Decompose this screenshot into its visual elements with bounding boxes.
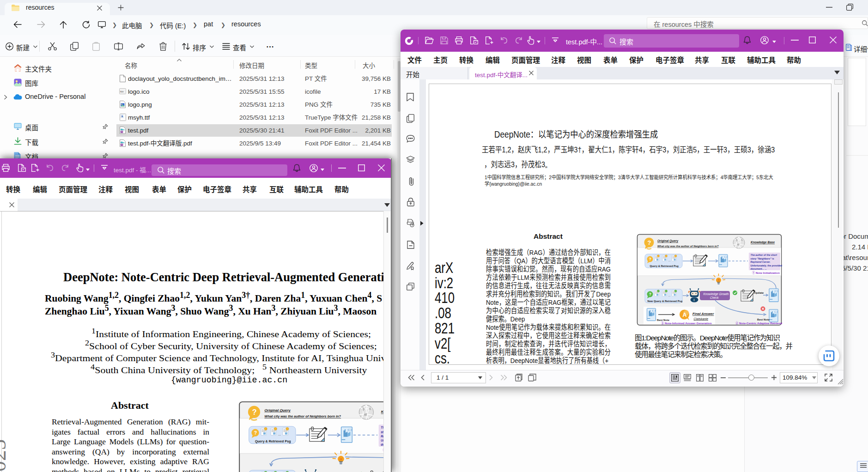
svg-text:A: A [121, 115, 123, 118]
svg-text:PDF: PDF [121, 131, 125, 133]
svg-text:PDF: PDF [121, 144, 125, 146]
svg-text:ico: ico [120, 90, 124, 93]
